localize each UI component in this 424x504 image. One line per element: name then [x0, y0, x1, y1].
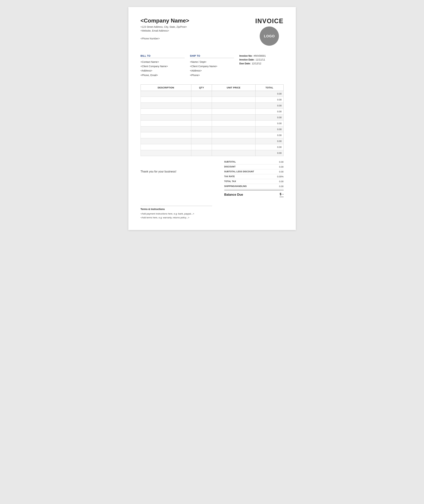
cell-total: 0.00: [255, 120, 283, 126]
cell-unit-price: [212, 144, 256, 150]
tax-rate-value: 0.00%: [277, 175, 284, 178]
balance-label: Balance Due: [224, 193, 243, 197]
cell-total: 0.00: [255, 91, 283, 97]
cell-unit-price: [212, 108, 256, 114]
cell-qty: [191, 103, 212, 108]
due-date-row: Due Date: 12/12/12: [239, 62, 283, 65]
cell-qty: [191, 126, 212, 132]
tax-rate-row: TAX RATE 0.00%: [224, 174, 284, 179]
cell-description: [141, 120, 191, 126]
cell-description: [141, 114, 191, 120]
total-tax-label: TOTAL TAX: [224, 180, 236, 183]
cell-description: [141, 144, 191, 150]
cell-qty: [191, 144, 212, 150]
cell-unit-price: [212, 132, 256, 138]
invoice-page: <Company Name> <123 Street Address, City…: [128, 7, 296, 230]
invoice-date-label: Invoice Date:: [239, 58, 255, 61]
cell-unit-price: [212, 97, 256, 103]
bill-to-fields: <Contact Name> <Client Company Name> <Ad…: [141, 60, 185, 77]
cell-qty: [191, 97, 212, 103]
balance-row: Balance Due $ -: [224, 190, 284, 197]
tax-rate-label: TAX RATE: [224, 175, 235, 178]
invoice-date-row: Invoice Date: 11/11/11: [239, 58, 283, 61]
col-total: TOTAL: [255, 84, 283, 91]
company-name: <Company Name>: [141, 18, 255, 24]
table-row: 0.00: [141, 108, 283, 114]
table-row: 0.00: [141, 126, 283, 132]
subtotal-less-value: 0.00: [279, 170, 283, 173]
discount-label: DISCOUNT: [224, 166, 236, 168]
invoice-meta-block: Invoice No: #INV00001 Invoice Date: 11/1…: [239, 54, 283, 77]
cell-description: [141, 150, 191, 156]
cell-total: 0.00: [255, 108, 283, 114]
table-body: 0.00 0.00 0.00 0.00 0.00 0.00: [141, 91, 283, 156]
cell-unit-price: [212, 150, 256, 156]
cell-unit-price: [212, 114, 256, 120]
header: <Company Name> <123 Street Address, City…: [141, 18, 284, 46]
balance-currency: $: [280, 192, 281, 196]
header-right: INVOICE LOGO: [255, 18, 283, 46]
discount-row: DISCOUNT 0.00: [224, 164, 284, 169]
due-date-value: 12/12/12: [252, 62, 262, 65]
company-street: <123 Street Address, City, State, Zip/Po…: [141, 25, 255, 29]
cell-unit-price: [212, 91, 256, 97]
cell-total: 0.00: [255, 114, 283, 120]
cell-description: [141, 103, 191, 108]
totals-section: Thank you for your business! SUBTOTAL 0.…: [141, 156, 284, 197]
cell-description: [141, 108, 191, 114]
bill-to-company: <Client Company Name>: [141, 64, 185, 68]
cell-description: [141, 97, 191, 103]
billing-section: BILL TO <Contact Name> <Client Company N…: [141, 54, 284, 77]
subtotal-label: SUBTOTAL: [224, 161, 236, 163]
ship-to-company: <Client Company Name>: [190, 64, 234, 68]
cell-qty: [191, 91, 212, 97]
table-row: 0.00: [141, 120, 283, 126]
table-row: 0.00: [141, 144, 283, 150]
ship-to-address: <Address>: [190, 68, 234, 73]
invoice-no-label: Invoice No:: [239, 54, 252, 57]
bill-to-address: <Address>: [141, 68, 185, 73]
cell-total: 0.00: [255, 138, 283, 144]
table-row: 0.00: [141, 114, 283, 120]
cell-total: 0.00: [255, 150, 283, 156]
bill-to-block: BILL TO <Contact Name> <Client Company N…: [141, 54, 185, 77]
terms-line2: <Add terms here, e.g: warranty, returns …: [141, 216, 212, 220]
shipping-row: SHIPPING/HANDLING 0.00: [224, 184, 284, 189]
balance-value: $ -: [280, 192, 283, 197]
ship-to-block: SHIP TO <Name / Dept> <Client Company Na…: [190, 54, 234, 77]
bill-to-contact: <Contact Name>: [141, 60, 185, 64]
terms-text: <Add payment instructions here, e.g: ban…: [141, 212, 212, 220]
cell-qty: [191, 138, 212, 144]
cell-description: [141, 132, 191, 138]
thank-you: Thank you for your business!: [141, 160, 224, 173]
table-row: 0.00: [141, 132, 283, 138]
ship-to-phone: <Phone>: [190, 73, 234, 77]
subtotal-row: SUBTOTAL 0.00: [224, 160, 284, 164]
cell-total: 0.00: [255, 132, 283, 138]
cell-total: 0.00: [255, 97, 283, 103]
cell-qty: [191, 120, 212, 126]
cell-total: 0.00: [255, 144, 283, 150]
total-tax-row: TOTAL TAX 0.00: [224, 179, 284, 184]
cell-description: [141, 126, 191, 132]
col-unit-price: UNIT PRICE: [212, 84, 256, 91]
bill-to-label: BILL TO: [141, 54, 185, 58]
subtotal-value: 0.00: [279, 161, 283, 163]
shipping-value: 0.00: [279, 185, 283, 188]
subtotal-less-label: SUBTOTAL LESS DISCOUNT: [224, 170, 254, 173]
cell-unit-price: [212, 138, 256, 144]
ship-to-name-dept: <Name / Dept>: [190, 60, 234, 64]
cell-unit-price: [212, 103, 256, 108]
ship-to-label: SHIP TO: [190, 54, 234, 58]
table-row: 0.00: [141, 138, 283, 144]
cell-qty: [191, 114, 212, 120]
table-header-row: DESCRIPTION QTY UNIT PRICE TOTAL: [141, 84, 283, 91]
shipping-label: SHIPPING/HANDLING: [224, 185, 247, 188]
balance-amount: -: [283, 192, 284, 196]
totals-table: SUBTOTAL 0.00 DISCOUNT 0.00 SUBTOTAL LES…: [224, 160, 284, 197]
company-address: <123 Street Address, City, State, Zip/Po…: [141, 25, 255, 41]
invoice-date-value: 11/11/11: [256, 58, 265, 61]
company-web-email: <Website, Email Address>: [141, 29, 255, 33]
discount-value: 0.00: [279, 166, 283, 168]
cell-qty: [191, 132, 212, 138]
